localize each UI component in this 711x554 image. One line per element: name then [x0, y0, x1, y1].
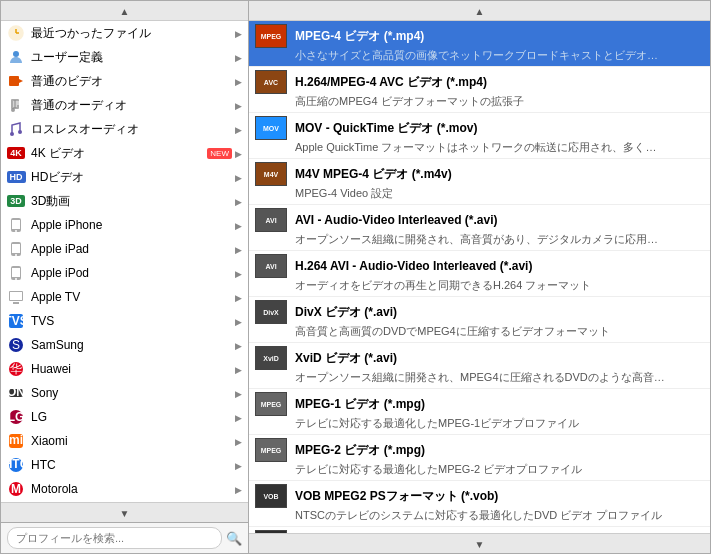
left-item-motorola[interactable]: MMotorola — [1, 477, 248, 501]
right-item-desc-avi: オープンソース組織に開発され、高音質があり、デジタルカメラに応用… — [255, 232, 685, 247]
left-item-appletv[interactable]: Apple TV — [1, 285, 248, 309]
right-item-row-mp4: MPEGMPEG-4 ビデオ (*.mp4) — [255, 24, 702, 48]
left-item-label-ipod: Apple iPod — [31, 266, 232, 280]
thumb-h264: AVC — [255, 70, 287, 94]
left-item-label-3d: 3D動画 — [31, 193, 232, 210]
left-item-label-user-defined: ユーザー定義 — [31, 49, 232, 66]
left-item-video[interactable]: 普通のビデオ — [1, 69, 248, 93]
left-item-recent[interactable]: 最近つかったファイル — [1, 21, 248, 45]
left-item-samsung[interactable]: SSamSung — [1, 333, 248, 357]
svg-marker-5 — [19, 79, 23, 83]
xiaomi-icon: mi — [7, 432, 25, 450]
thumb-divx: DivX — [255, 300, 287, 324]
left-scroll-down-button[interactable] — [1, 502, 248, 522]
right-item-title-vob: VOB MPEG2 PSフォーマット (*.vob) — [295, 488, 702, 505]
right-item-desc-h264: 高圧縮のMPEG4 ビデオフォーマットの拡張子 — [255, 94, 685, 109]
left-item-hd[interactable]: HDHDビデオ — [1, 165, 248, 189]
right-item-desc-xvid: オープンソース組織に開発され、MPEG4に圧縮されるDVDのような高音… — [255, 370, 685, 385]
tvs-icon: TVS — [7, 312, 25, 330]
left-item-audio[interactable]: 普通のオーディオ — [1, 93, 248, 117]
right-item-divx[interactable]: DivXDivX ビデオ (*.avi)高音質と高画質のDVDでMPEG4に圧縮… — [249, 297, 710, 343]
right-item-desc-vob: NTSCのテレビのシステムに対応する最適化したDVD ビデオ プロファイル — [255, 508, 685, 523]
left-list: 最近つかったファイルユーザー定義普通のビデオ普通のオーディオロスレスオーディオ4… — [1, 21, 248, 502]
arrow-icon-ipad — [232, 242, 242, 256]
left-item-label-video: 普通のビデオ — [31, 73, 232, 90]
left-item-label-sony: Sony — [31, 386, 232, 400]
right-scroll-down-button[interactable] — [249, 533, 710, 553]
left-item-label-samsung: SamSung — [31, 338, 232, 352]
right-scroll-up-button[interactable] — [249, 1, 710, 21]
right-item-mp4[interactable]: MPEGMPEG-4 ビデオ (*.mp4)小さなサイズと高品質の画像でネットワ… — [249, 21, 710, 67]
right-item-mpeg1[interactable]: MPEGMPEG-1 ビデオ (*.mpg)テレビに対応する最適化したMPEG-… — [249, 389, 710, 435]
lossless-icon — [7, 120, 25, 138]
left-item-label-huawei: Huawei — [31, 362, 232, 376]
huawei-icon: 华 — [7, 360, 25, 378]
right-item-desc-mov: Apple QuickTime フォーマットはネットワークの転送に応用され、多く… — [255, 140, 685, 155]
audio-icon — [7, 96, 25, 114]
left-item-ipad[interactable]: Apple iPad — [1, 237, 248, 261]
svg-text:HTC: HTC — [8, 457, 24, 471]
user-defined-icon — [7, 48, 25, 66]
right-item-title-divx: DivX ビデオ (*.avi) — [295, 304, 702, 321]
left-item-4k[interactable]: 4K4K ビデオNEW — [1, 141, 248, 165]
arrow-icon-lossless — [232, 122, 242, 136]
search-icon[interactable]: 🔍 — [226, 531, 242, 546]
left-item-iphone[interactable]: Apple iPhone — [1, 213, 248, 237]
thumb-mp4: MPEG — [255, 24, 287, 48]
search-input[interactable] — [7, 527, 222, 549]
left-item-ipod[interactable]: Apple iPod — [1, 261, 248, 285]
right-item-mpeg2[interactable]: MPEGMPEG-2 ビデオ (*.mpg)テレビに対応する最適化したMPEG-… — [249, 435, 710, 481]
right-item-h264avi[interactable]: AVIH.264 AVI - Audio-Video Interleaved (… — [249, 251, 710, 297]
htc-icon: HTC — [7, 456, 25, 474]
left-item-label-htc: HTC — [31, 458, 232, 472]
left-item-lossless[interactable]: ロスレスオーディオ — [1, 117, 248, 141]
arrow-icon-4k — [232, 146, 242, 160]
ipod-icon — [7, 264, 25, 282]
sony-icon: SONY — [7, 384, 25, 402]
left-item-label-iphone: Apple iPhone — [31, 218, 232, 232]
right-item-avi[interactable]: AVIAVI - Audio-Video Interleaved (*.avi)… — [249, 205, 710, 251]
svg-point-13 — [18, 130, 22, 134]
chevron-down-icon — [120, 506, 130, 520]
svg-rect-25 — [13, 302, 19, 304]
left-item-sony[interactable]: SONYSony — [1, 381, 248, 405]
arrow-icon-audio — [232, 98, 242, 112]
left-item-label-lg: LG — [31, 410, 232, 424]
left-item-label-recent: 最近つかったファイル — [31, 25, 232, 42]
right-chevron-up-icon — [475, 4, 485, 18]
left-scroll-up-button[interactable] — [1, 1, 248, 21]
left-item-user-defined[interactable]: ユーザー定義 — [1, 45, 248, 69]
left-item-tvs[interactable]: TVSTVS — [1, 309, 248, 333]
motorola-icon: M — [7, 480, 25, 498]
svg-text:S: S — [12, 338, 20, 352]
left-item-label-lossless: ロスレスオーディオ — [31, 121, 232, 138]
left-item-huawei[interactable]: 华Huawei — [1, 357, 248, 381]
right-item-xvid[interactable]: XviDXviD ビデオ (*.avi)オープンソース組織に開発され、MPEG4… — [249, 343, 710, 389]
right-item-mov[interactable]: MOVMOV - QuickTime ビデオ (*.mov)Apple Quic… — [249, 113, 710, 159]
main-container: 最近つかったファイルユーザー定義普通のビデオ普通のオーディオロスレスオーディオ4… — [0, 0, 711, 554]
lg-icon: LG — [7, 408, 25, 426]
left-item-xiaomi[interactable]: miXiaomi — [1, 429, 248, 453]
right-item-row-m4v: M4VM4V MPEG-4 ビデオ (*.m4v) — [255, 162, 702, 186]
right-item-vob[interactable]: VOBVOB MPEG2 PSフォーマット (*.vob)NTSCのテレビのシス… — [249, 481, 710, 527]
left-item-lg[interactable]: LGLG — [1, 405, 248, 429]
left-item-label-hd: HDビデオ — [31, 169, 232, 186]
thumb-h264avi: AVI — [255, 254, 287, 278]
left-item-label-motorola: Motorola — [31, 482, 232, 496]
left-item-3d[interactable]: 3D3D動画 — [1, 189, 248, 213]
svg-text:华: 华 — [10, 362, 22, 376]
search-bar: 🔍 — [1, 522, 248, 553]
svg-rect-21 — [12, 268, 20, 277]
right-item-title-xvid: XviD ビデオ (*.avi) — [295, 350, 702, 367]
left-item-blackberry[interactable]: Black Berry — [1, 501, 248, 502]
left-item-htc[interactable]: HTCHTC — [1, 453, 248, 477]
svg-point-22 — [15, 278, 17, 280]
right-item-h264[interactable]: AVCH.264/MPEG-4 AVC ビデオ (*.mp4)高圧縮のMPEG4… — [249, 67, 710, 113]
thumb-avi: AVI — [255, 208, 287, 232]
recent-icon — [7, 24, 25, 42]
arrow-icon-user-defined — [232, 50, 242, 64]
arrow-icon-appletv — [232, 290, 242, 304]
right-item-m4v[interactable]: M4VM4V MPEG-4 ビデオ (*.m4v)MPEG-4 Video 設定 — [249, 159, 710, 205]
right-item-mkv[interactable]: MKVMKV ビデオフォーマット (*.mkv)matroska videoの代… — [249, 527, 710, 533]
left-panel: 最近つかったファイルユーザー定義普通のビデオ普通のオーディオロスレスオーディオ4… — [1, 1, 249, 553]
